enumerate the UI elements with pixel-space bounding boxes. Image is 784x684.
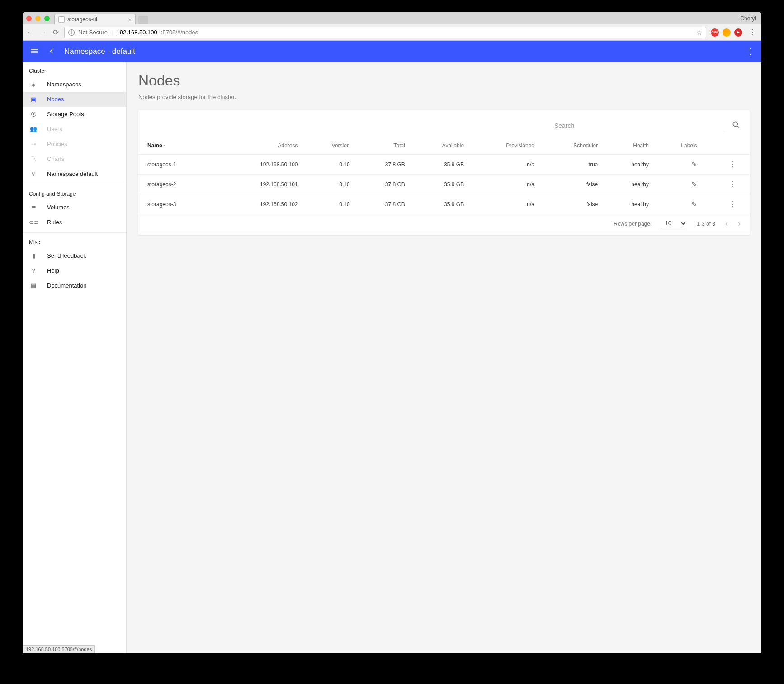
column-header-provisioned[interactable]: Provisioned (469, 136, 540, 155)
sidebar-item-charts[interactable]: 〽Charts (23, 151, 126, 166)
rows-per-page-select[interactable]: 10 (661, 219, 687, 228)
doc-icon: ▤ (29, 282, 38, 289)
chart-icon: 〽 (29, 156, 38, 162)
sidebar-item-documentation[interactable]: ▤Documentation (23, 278, 126, 293)
cell: 192.168.50.100 (216, 155, 303, 175)
close-tab-icon[interactable]: × (128, 16, 132, 23)
sidebar-section-title: Cluster (23, 62, 126, 77)
table-row[interactable]: storageos-1192.168.50.1000.1037.8 GB35.9… (138, 155, 750, 175)
reload-icon[interactable]: ⟳ (52, 28, 60, 37)
row-menu-icon[interactable]: ⋮ (729, 180, 744, 188)
edit-icon[interactable]: ✎ (691, 160, 697, 168)
column-header-health[interactable]: Health (603, 136, 654, 155)
header-title: Namespace - default (64, 47, 135, 56)
cell: healthy (603, 155, 654, 175)
cell: true (540, 155, 603, 175)
menu-icon[interactable] (30, 47, 39, 57)
nodes-table: Name↑AddressVersionTotalAvailableProvisi… (138, 136, 750, 214)
cell: n/a (469, 155, 540, 175)
not-secure-label: Not Secure (78, 29, 108, 36)
extension-abp-icon[interactable]: ABP (711, 28, 719, 37)
close-window-icon[interactable] (26, 16, 32, 21)
cell: healthy (603, 194, 654, 214)
site-info-icon[interactable]: i (68, 29, 75, 36)
cell: n/a (469, 194, 540, 214)
column-header-address[interactable]: Address (216, 136, 303, 155)
back-icon[interactable]: ← (26, 28, 34, 37)
column-header-version[interactable]: Version (303, 136, 355, 155)
sidebar-item-send-feedback[interactable]: ▮Send feedback (23, 248, 126, 263)
table-row[interactable]: storageos-2192.168.50.1010.1037.8 GB35.9… (138, 175, 750, 194)
cell: 0.10 (303, 175, 355, 194)
sidebar-item-label: Users (47, 126, 62, 132)
column-header-labels[interactable]: Labels (654, 136, 703, 155)
profile-name[interactable]: Cheryl (740, 15, 756, 22)
cell: 37.8 GB (355, 155, 411, 175)
sidebar-item-nodes[interactable]: ▣Nodes (23, 92, 126, 107)
minimize-window-icon[interactable] (35, 16, 41, 21)
edit-icon[interactable]: ✎ (691, 180, 697, 188)
pool-icon: ⦿ (29, 111, 38, 118)
main-content: Nodes Nodes provide storage for the clus… (127, 62, 761, 653)
row-menu-icon[interactable]: ⋮ (729, 160, 744, 168)
url-host: 192.168.50.100 (116, 29, 157, 36)
sidebar: Cluster◈Namespaces▣Nodes⦿Storage Pools👥U… (23, 62, 127, 653)
layers-icon: ◈ (29, 81, 38, 88)
browser-toolbar: ← → ⟳ i Not Secure | 192.168.50.100:5705… (23, 24, 761, 41)
sidebar-item-namespace-default[interactable]: ∨Namespace default (23, 166, 126, 181)
column-header-total[interactable]: Total (355, 136, 411, 155)
sidebar-item-label: Send feedback (47, 252, 86, 259)
cell: n/a (469, 175, 540, 194)
column-header-name[interactable]: Name↑ (138, 136, 216, 155)
browser-status-bar: 192.168.50.100:5705/#/nodes (23, 645, 95, 653)
cell: storageos-2 (138, 175, 216, 194)
edit-icon[interactable]: ✎ (691, 200, 697, 208)
maximize-window-icon[interactable] (44, 16, 50, 21)
sidebar-item-storage-pools[interactable]: ⦿Storage Pools (23, 107, 126, 122)
column-header-scheduler[interactable]: Scheduler (540, 136, 603, 155)
browser-menu-icon[interactable]: ⋮ (747, 28, 758, 37)
search-input[interactable] (553, 119, 725, 132)
column-header-actions (703, 136, 750, 155)
address-bar[interactable]: i Not Secure | 192.168.50.100:5705/#/nod… (64, 27, 706, 38)
header-back-icon[interactable] (47, 47, 56, 57)
chat-icon: ▮ (29, 252, 38, 259)
column-header-available[interactable]: Available (411, 136, 469, 155)
extension-icon[interactable] (723, 28, 731, 37)
cell: 192.168.50.101 (216, 175, 303, 194)
table-row[interactable]: storageos-3192.168.50.1020.1037.8 GB35.9… (138, 194, 750, 214)
prev-page-icon[interactable]: ‹ (725, 219, 728, 228)
header-more-icon[interactable]: ⋮ (746, 47, 754, 57)
new-tab-button[interactable] (138, 16, 148, 24)
page-favicon (58, 16, 65, 23)
sidebar-item-label: Policies (47, 141, 67, 147)
nodes-card: Name↑AddressVersionTotalAvailableProvisi… (138, 110, 750, 235)
sidebar-section-title: Config and Storage (23, 185, 126, 200)
cell: storageos-3 (138, 194, 216, 214)
page-range: 1-3 of 3 (697, 221, 715, 227)
browser-tab[interactable]: storageos-ui × (54, 14, 136, 24)
sidebar-item-label: Namespaces (47, 81, 81, 88)
url-path: :5705/#/nodes (161, 29, 198, 36)
chev-icon: ∨ (29, 170, 38, 177)
cell: 192.168.50.102 (216, 194, 303, 214)
sidebar-item-users[interactable]: 👥Users (23, 122, 126, 137)
sidebar-section-title: Misc (23, 234, 126, 248)
search-icon[interactable] (732, 120, 741, 132)
sidebar-item-namespaces[interactable]: ◈Namespaces (23, 77, 126, 92)
svg-point-0 (733, 122, 737, 126)
sidebar-item-label: Help (47, 267, 59, 274)
extension-play-icon[interactable] (734, 28, 742, 37)
cell: healthy (603, 175, 654, 194)
sidebar-item-label: Nodes (47, 96, 64, 103)
sidebar-item-rules[interactable]: ⊂⊃Rules (23, 215, 126, 230)
next-page-icon[interactable]: › (738, 219, 741, 228)
sidebar-item-volumes[interactable]: ≣Volumes (23, 200, 126, 215)
cell: 0.10 (303, 155, 355, 175)
tab-title: storageos-ui (67, 16, 97, 23)
sidebar-item-policies[interactable]: ⊸Policies (23, 137, 126, 151)
sidebar-item-help[interactable]: ?Help (23, 263, 126, 278)
cell: storageos-1 (138, 155, 216, 175)
row-menu-icon[interactable]: ⋮ (729, 200, 744, 208)
bookmark-icon[interactable]: ☆ (696, 28, 702, 37)
